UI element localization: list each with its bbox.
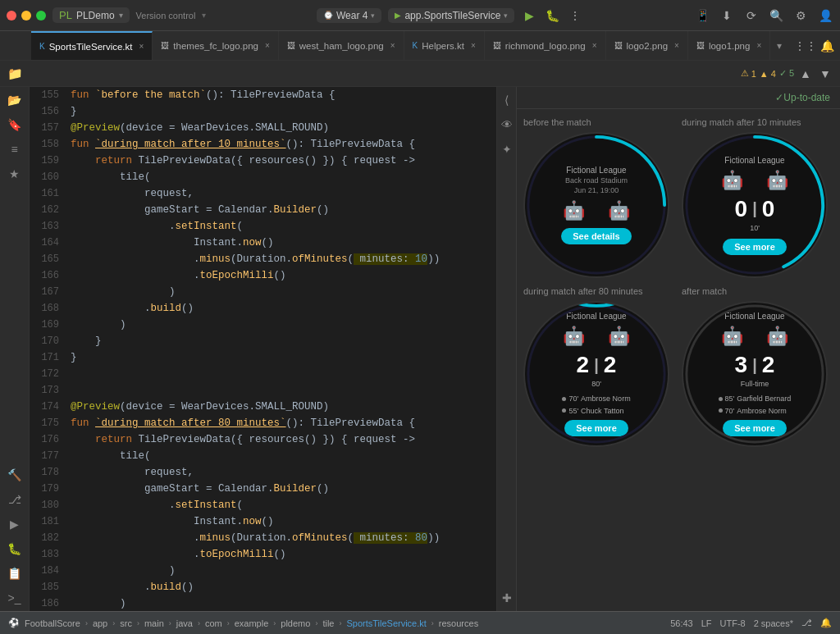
- breadcrumb-example: example: [235, 618, 269, 628]
- chevron-down-icon[interactable]: ▼: [817, 66, 833, 82]
- code-line-183: 183 .toEpochMilli(): [30, 546, 496, 563]
- tab-west-ham[interactable]: 🖼 west_ham_logo.png ×: [279, 31, 404, 61]
- structure-icon[interactable]: ≡: [11, 143, 17, 156]
- tab-label: logo2.png: [627, 41, 669, 51]
- favorites-icon[interactable]: ★: [9, 167, 20, 180]
- tab-richmond[interactable]: 🖼 richmond_logo.png ×: [485, 31, 606, 61]
- preview-icon[interactable]: 👁: [501, 118, 513, 131]
- status-bar: ⚽ FootballScore › app › src › main › jav…: [0, 611, 840, 634]
- service-selector[interactable]: ▶ app.SportsTileService ▾: [388, 8, 514, 23]
- chevron-up-icon[interactable]: ▲: [797, 66, 814, 82]
- code-editor[interactable]: 155 fun `before the match`(): TilePrevie…: [30, 87, 496, 611]
- ok-icon: ✓: [779, 68, 787, 78]
- code-line-178: 178 request,: [30, 464, 496, 481]
- warning-icon: ⚠: [741, 68, 749, 79]
- version-control-label[interactable]: Version control: [136, 11, 196, 21]
- git-icon[interactable]: ⎇: [8, 493, 21, 506]
- expand-icon[interactable]: ⟨: [504, 94, 509, 107]
- app-dropdown-icon: ▾: [119, 11, 123, 20]
- tab-close-button[interactable]: ×: [674, 41, 679, 50]
- close-button[interactable]: [7, 11, 16, 21]
- watch-after-match: Fictional League 🤖 🤖 3 | 2 Full-time: [682, 301, 828, 447]
- breadcrumb-java: java: [176, 618, 193, 628]
- before-match-label: before the match: [523, 116, 675, 129]
- tab-close-button[interactable]: ×: [265, 41, 270, 50]
- cursor-position: 56:43: [670, 618, 693, 628]
- code-line-170: 170 }: [30, 333, 496, 349]
- tab-themes[interactable]: 🖼 themes_fc_logo.png ×: [153, 31, 278, 61]
- project-icon[interactable]: 📂: [7, 94, 21, 107]
- code-line-171: 171 }: [30, 349, 496, 366]
- code-line-169: 169 ): [30, 317, 496, 333]
- debug-icon[interactable]: 🐛: [7, 542, 21, 555]
- preview-during-80: during match after 80 minutes Fictional …: [523, 285, 675, 447]
- tab-label: SportsTileService.kt: [49, 42, 133, 52]
- code-line-181: 181 Instant.now(): [30, 513, 496, 530]
- code-line-158: 158 fun `during match after 10 minutes`(…: [30, 136, 496, 153]
- code-line-186: 186 ): [30, 595, 496, 611]
- ai-icon[interactable]: ✦: [502, 143, 512, 156]
- during-10-label: during match after 10 minutes: [682, 116, 833, 129]
- image-file-icon: 🖼: [493, 41, 501, 50]
- warning-count[interactable]: ⚠ 1: [741, 68, 756, 79]
- watch-before-match: Fictional League Back road Stadium Jun 2…: [523, 132, 669, 278]
- code-line-156: 156 }: [30, 103, 496, 120]
- search-icon[interactable]: 🔍: [768, 7, 784, 24]
- preview-panel: ✓ Up-to-date before the match Fictional …: [516, 87, 840, 611]
- image-file-icon: 🖼: [287, 41, 295, 50]
- breadcrumb-src: src: [120, 618, 132, 628]
- run-button[interactable]: ▶: [521, 7, 537, 24]
- build-icon[interactable]: 🔨: [7, 468, 21, 481]
- plus-icon[interactable]: ✚: [502, 591, 512, 604]
- notifications-icon[interactable]: 🔔: [819, 38, 835, 54]
- tab-close-button[interactable]: ×: [592, 41, 597, 50]
- tab-sports-tile-service[interactable]: K SportsTileService.kt ×: [31, 31, 153, 61]
- title-bar: PL PLDemo ▾ Version control ▾ ⌚ Wear 4 ▾…: [0, 0, 840, 31]
- terminal-icon[interactable]: >_: [8, 591, 21, 604]
- project-name: ⚽: [8, 618, 20, 628]
- breadcrumb-pldemo: pldemo: [281, 618, 310, 628]
- title-bar-right: 📱 ⬇ ⟳ 🔍 ⚙ 👤: [694, 7, 833, 24]
- ok-count[interactable]: ✓ 5: [779, 68, 794, 79]
- tab-overflow-button[interactable]: ▾: [770, 40, 788, 52]
- error-icon: ▲: [760, 69, 769, 79]
- maximize-button[interactable]: [36, 11, 46, 21]
- more-button[interactable]: ⋮: [567, 7, 583, 24]
- debug-button[interactable]: 🐛: [544, 7, 560, 24]
- tab-logo2[interactable]: 🖼 logo2.png ×: [606, 31, 688, 61]
- sdk-manager-icon[interactable]: ⬇: [719, 7, 735, 24]
- code-line-176: 176 return TilePreviewData({ resources()…: [30, 431, 496, 448]
- tab-logo1[interactable]: 🖼 logo1.png ×: [688, 31, 770, 61]
- settings-icon[interactable]: ⚙: [792, 7, 809, 24]
- image-file-icon: 🖼: [161, 41, 169, 50]
- wear-icon: ⌚: [323, 11, 333, 20]
- code-line-179: 179 gameStart = Calendar.Builder(): [30, 481, 496, 497]
- code-line-162: 162 gameStart = Calendar.Builder(): [30, 202, 496, 218]
- code-line-172: 172: [30, 366, 496, 382]
- bookmark-icon[interactable]: 🔖: [7, 118, 21, 131]
- app-menu[interactable]: PL PLDemo ▾: [52, 7, 130, 23]
- tab-close-button[interactable]: ×: [471, 41, 476, 50]
- editor-layout-button[interactable]: ⋮⋮: [797, 38, 814, 54]
- code-line-164: 164 Instant.now(): [30, 235, 496, 251]
- logcat-icon[interactable]: 📋: [7, 567, 21, 580]
- error-count[interactable]: ▲ 4: [760, 69, 776, 79]
- account-icon[interactable]: 👤: [817, 7, 833, 24]
- tab-close-button[interactable]: ×: [756, 41, 761, 50]
- preview-grid: before the match Fictional League Back r…: [517, 109, 840, 454]
- wear-selector[interactable]: ⌚ Wear 4 ▾: [317, 8, 381, 23]
- tab-close-button[interactable]: ×: [139, 42, 144, 51]
- kotlin-file-icon: K: [39, 42, 45, 51]
- tab-helpers[interactable]: K Helpers.kt ×: [404, 31, 485, 61]
- tab-close-button[interactable]: ×: [390, 41, 395, 50]
- folder-icon[interactable]: 📁: [7, 66, 23, 82]
- sync-icon[interactable]: ⟳: [743, 7, 760, 24]
- tab-label: themes_fc_logo.png: [173, 41, 258, 51]
- code-line-174: 174 @Preview(device = WearDevices.SMALL_…: [30, 399, 496, 415]
- code-line-168: 168 .build(): [30, 300, 496, 317]
- device-manager-icon[interactable]: 📱: [694, 7, 710, 24]
- minimize-button[interactable]: [21, 11, 31, 21]
- app-name-label: PLDemo: [76, 10, 115, 21]
- right-side-icons: ⟨ 👁 ✦ ✚: [496, 87, 516, 611]
- run-icon[interactable]: ▶: [10, 518, 19, 531]
